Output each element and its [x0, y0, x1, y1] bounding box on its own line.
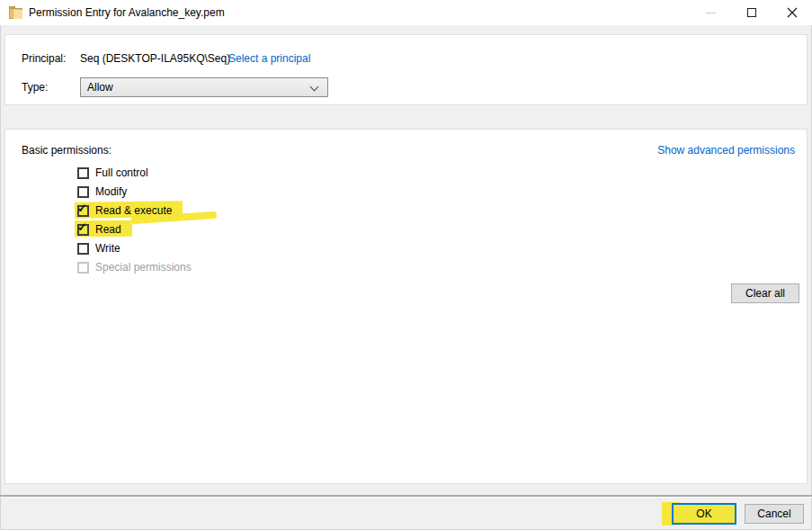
permission-label-special-permissions: Special permissions	[95, 261, 192, 274]
title-bar: Permission Entry for Avalanche_key.pem	[0, 0, 812, 25]
select-principal-link[interactable]: Select a principal	[228, 52, 310, 65]
show-advanced-permissions-link[interactable]: Show advanced permissions	[657, 144, 795, 157]
maximize-button[interactable]	[731, 0, 772, 25]
principal-label: Principal:	[22, 52, 66, 65]
checkmark-icon: ✓	[77, 202, 87, 215]
permission-row-read[interactable]: ✓ Read	[77, 222, 121, 237]
chevron-down-icon	[310, 83, 319, 92]
permission-label-write: Write	[95, 242, 120, 255]
clear-all-button[interactable]: Clear all	[731, 283, 799, 303]
permission-label-read-execute: Read & execute	[95, 204, 172, 217]
window-title: Permission Entry for Avalanche_key.pem	[29, 6, 225, 19]
cancel-button[interactable]: Cancel	[745, 504, 804, 524]
basic-permissions-label: Basic permissions:	[22, 144, 112, 157]
checkbox-modify[interactable]	[77, 186, 89, 198]
checkbox-read[interactable]: ✓	[77, 224, 89, 236]
type-label: Type:	[22, 81, 48, 94]
footer-divider-light	[0, 497, 812, 498]
type-dropdown-value: Allow	[87, 81, 113, 94]
permission-label-modify: Modify	[95, 185, 127, 198]
ok-button[interactable]: OK	[672, 503, 736, 525]
close-icon	[787, 7, 798, 18]
basic-permissions-panel: Basic permissions: Show advanced permiss…	[4, 129, 808, 484]
permission-row-full-control[interactable]: Full control	[77, 166, 148, 180]
checkbox-read-execute[interactable]: ✓	[77, 205, 89, 217]
permission-entry-dialog: Permission Entry for Avalanche_key.pem P…	[0, 0, 812, 530]
maximize-icon	[747, 8, 756, 17]
checkbox-special-permissions	[77, 262, 89, 274]
permission-row-write[interactable]: Write	[77, 241, 120, 256]
close-button[interactable]	[772, 0, 812, 25]
checkbox-write[interactable]	[77, 243, 89, 255]
permission-row-special-permissions: Special permissions	[77, 260, 192, 274]
checkmark-icon: ✓	[77, 220, 87, 234]
minimize-icon	[706, 13, 716, 13]
minimize-button[interactable]	[691, 0, 731, 25]
type-dropdown[interactable]: Allow	[80, 77, 328, 97]
permission-row-modify[interactable]: Modify	[77, 184, 127, 199]
permission-label-full-control: Full control	[95, 166, 148, 179]
permission-row-read-execute[interactable]: ✓ Read & execute	[77, 203, 172, 218]
checkbox-full-control[interactable]	[77, 167, 89, 179]
principal-value: Seq (DESKTOP-ILA95KQ\Seq)	[80, 52, 230, 65]
permission-label-read: Read	[95, 223, 121, 236]
folder-icon	[9, 6, 23, 19]
principal-type-panel: Principal: Seq (DESKTOP-ILA95KQ\Seq) Sel…	[4, 34, 808, 105]
